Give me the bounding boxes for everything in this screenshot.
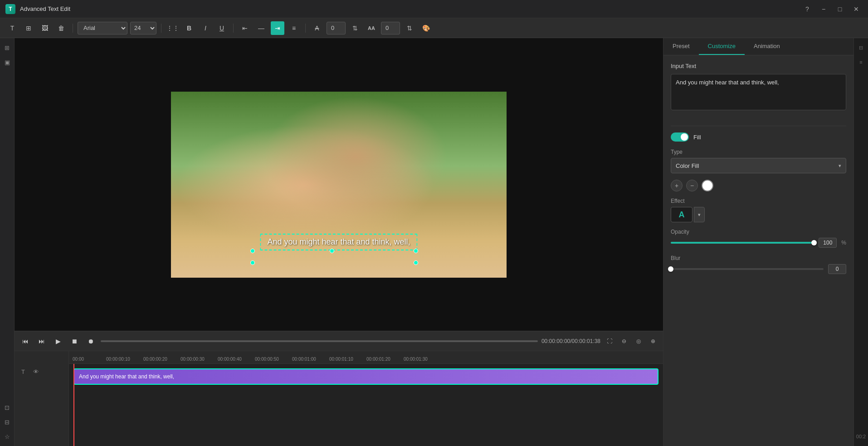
color-fill-button[interactable]: 🎨: [419, 21, 433, 35]
playhead[interactable]: [73, 364, 74, 446]
type-chevron-icon: ▾: [839, 163, 841, 169]
maximize-button[interactable]: □: [834, 3, 846, 15]
effect-letter-display[interactable]: A: [671, 207, 692, 222]
main-content: ⊞ ▣ ⊡ ⊟ ☆ And you might hear that and th…: [0, 38, 868, 446]
window-title: Advanced Text Edit: [20, 5, 801, 12]
caps-button[interactable]: AA: [365, 21, 378, 35]
zoom-out-icon[interactable]: ⊖: [619, 336, 629, 347]
sidebar-btn-3[interactable]: ⊡: [1, 402, 13, 413]
opacity-slider-track[interactable]: [671, 242, 814, 244]
video-preview: And you might hear that and think, well,: [15, 38, 663, 331]
step-back-button[interactable]: ⏭: [35, 335, 48, 348]
edge-btn-1[interactable]: ⊟: [855, 42, 867, 54]
blur-slider-track[interactable]: [671, 268, 824, 270]
play-button[interactable]: ▶: [52, 335, 64, 348]
timeline-ruler: 00:00 00:00:00:10 00:00:00:20 00:00:00:3…: [69, 351, 663, 364]
edge-btn-time: 00:2: [855, 431, 867, 442]
color-swatch-white[interactable]: [702, 180, 713, 191]
blur-value[interactable]: 0: [828, 264, 846, 274]
tab-animation[interactable]: Animation: [745, 38, 789, 55]
blur-slider-thumb[interactable]: [668, 266, 673, 272]
right-panel: Preset Customize Animation Input Text An…: [663, 38, 853, 446]
columns-button[interactable]: ⋮⋮: [166, 21, 180, 35]
close-button[interactable]: ✕: [850, 3, 863, 15]
add-color-button[interactable]: +: [671, 180, 683, 191]
align-right-button[interactable]: ⇥: [271, 21, 284, 35]
selection-handle-tl[interactable]: [250, 249, 255, 253]
stop-button[interactable]: ⏹: [68, 335, 81, 348]
rotation-stepper[interactable]: ⇅: [348, 21, 362, 35]
video-canvas: And you might hear that and think, well,: [171, 92, 507, 278]
align-center-button[interactable]: ―: [254, 21, 268, 35]
progress-bar[interactable]: [101, 340, 538, 342]
timeline-tracks: And you might hear that and think, well,: [69, 364, 663, 446]
fit-icon[interactable]: ◎: [633, 336, 644, 347]
opacity-value[interactable]: 100: [819, 238, 837, 248]
effect-dropdown-chevron[interactable]: ▾: [694, 207, 705, 222]
strikethrough-button[interactable]: A: [310, 21, 324, 35]
text-tool-button[interactable]: T: [5, 21, 19, 35]
time-display: 00:00:00:00/00:00:01:38: [541, 338, 600, 344]
timeline-clip[interactable]: And you might hear that and think, well,: [73, 368, 658, 385]
track-text-icon[interactable]: T: [18, 367, 28, 377]
italic-button[interactable]: I: [199, 21, 212, 35]
font-family-select[interactable]: Arial: [78, 22, 127, 34]
transform-tool-button[interactable]: ⊞: [22, 21, 35, 35]
sidebar-btn-4[interactable]: ⊟: [1, 416, 13, 428]
sidebar-btn-1[interactable]: ⊞: [1, 42, 13, 54]
bold-button[interactable]: B: [182, 21, 196, 35]
sidebar-btn-2[interactable]: ▣: [1, 56, 13, 68]
toolbar-separator-1: [73, 24, 73, 33]
toolbar: T ⊞ 🖼 🗑 Arial 24 ⋮⋮ B I U ⇤ ― ⇥ ≡ A ⇅ AA…: [0, 18, 868, 38]
edge-btn-2[interactable]: ≡: [855, 56, 867, 68]
align-left-button[interactable]: ⇤: [238, 21, 252, 35]
remove-color-button[interactable]: −: [686, 180, 698, 191]
timeline-area: T 👁 00:00 00:00:00:10 00:00:00:20 00:00:…: [15, 351, 663, 446]
fill-toggle-row: Fill: [671, 132, 846, 142]
selection-handle-mr[interactable]: [414, 260, 418, 265]
spacing-stepper[interactable]: ⇅: [403, 21, 416, 35]
selection-handle-ml[interactable]: [250, 260, 255, 265]
tab-preset[interactable]: Preset: [663, 38, 699, 55]
toolbar-separator-2: [161, 24, 161, 33]
align-justify-button[interactable]: ≡: [287, 21, 301, 35]
effect-control-row: A ▾: [671, 207, 846, 222]
sidebar-btn-5[interactable]: ☆: [1, 431, 13, 442]
ruler-tick-1: 00:00:00:10: [106, 357, 130, 362]
spacing-input[interactable]: [381, 22, 400, 34]
underline-button[interactable]: U: [215, 21, 229, 35]
window-controls: ? − □ ✕: [801, 3, 863, 15]
zoom-in-icon[interactable]: ⊕: [648, 336, 658, 347]
timeline-ruler-and-tracks: 00:00 00:00:00:10 00:00:00:20 00:00:00:3…: [69, 351, 663, 446]
selection-handle-tc[interactable]: [330, 249, 334, 253]
title-bar: T Advanced Text Edit ? − □ ✕: [0, 0, 868, 18]
tab-customize[interactable]: Customize: [699, 38, 745, 55]
minimize-button[interactable]: −: [817, 3, 830, 15]
font-size-select[interactable]: 24: [130, 22, 156, 34]
type-dropdown[interactable]: Color Fill ▾: [671, 158, 846, 173]
fill-toggle[interactable]: [671, 132, 689, 142]
help-button[interactable]: ?: [801, 3, 814, 15]
image-tool-button[interactable]: 🖼: [38, 21, 52, 35]
left-sidebar: ⊞ ▣ ⊡ ⊟ ☆: [0, 38, 15, 446]
delete-button[interactable]: 🗑: [54, 21, 68, 35]
rotation-input[interactable]: [327, 22, 346, 34]
ruler-tick-2: 00:00:00:20: [143, 357, 167, 362]
opacity-unit: %: [841, 240, 846, 246]
video-text-overlay[interactable]: And you might hear that and think, well,: [260, 234, 417, 250]
app-icon: T: [5, 4, 15, 14]
fill-label: Fill: [693, 134, 701, 141]
effect-row: Effect A ▾: [671, 198, 846, 222]
ruler-tick-6: 00:00:01:00: [292, 357, 316, 362]
selection-handle-tr[interactable]: [414, 249, 418, 253]
right-edge-sidebar: ⊟ ≡ 00:2: [853, 38, 868, 446]
color-swatch-row: + −: [671, 180, 846, 191]
rewind-button[interactable]: ⏮: [19, 335, 32, 348]
divider-1: [671, 126, 846, 126]
fullscreen-icon[interactable]: ⛶: [604, 336, 615, 347]
track-visibility-icon[interactable]: 👁: [31, 367, 41, 377]
input-text-field[interactable]: And you might hear that and think, well,: [671, 74, 846, 110]
opacity-slider-thumb[interactable]: [811, 240, 817, 245]
loop-button[interactable]: ⏺: [84, 335, 97, 348]
opacity-row: Opacity 100 %: [671, 229, 846, 248]
